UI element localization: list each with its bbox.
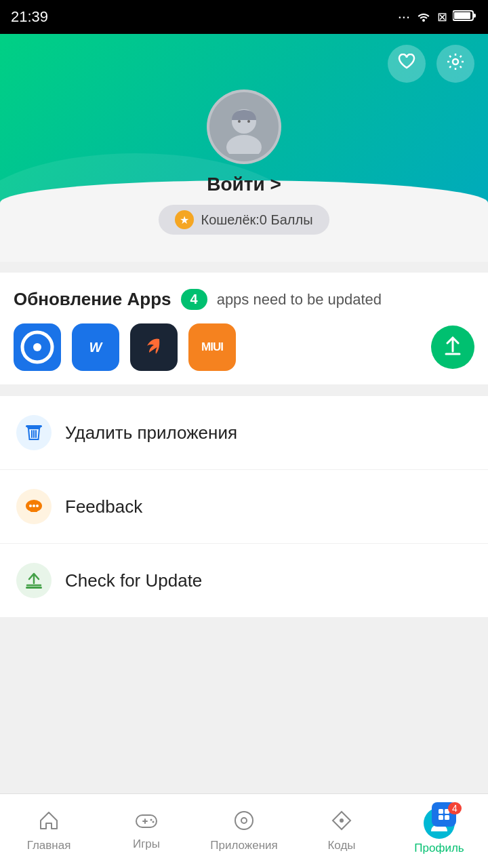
svg-point-7 xyxy=(247,120,250,123)
svg-rect-26 xyxy=(439,809,443,814)
feedback-label: Feedback xyxy=(65,496,142,517)
star-icon: ★ xyxy=(175,210,194,229)
home-label: Главная xyxy=(27,839,71,852)
wallet-badge[interactable]: ★ Кошелёк:0 Баллы xyxy=(159,205,329,235)
svg-rect-16 xyxy=(26,587,42,589)
menu-section: Удалить приложения Feedback Check for Up… xyxy=(0,396,488,617)
app-icon-3[interactable] xyxy=(130,323,178,371)
apps-label: Приложения xyxy=(210,839,277,852)
profile-badge-count: 4 xyxy=(448,802,462,814)
svg-point-3 xyxy=(453,59,458,64)
svg-point-23 xyxy=(241,818,247,823)
nav-item-apps[interactable]: Приложения xyxy=(195,794,293,868)
menu-item-feedback[interactable]: Feedback xyxy=(0,470,488,544)
trash-icon-wrap xyxy=(16,415,52,450)
wallet-label: Кошелёк:0 Баллы xyxy=(201,212,312,228)
update-icon-wrap xyxy=(16,563,52,598)
svg-rect-11 xyxy=(26,425,42,427)
home-icon xyxy=(38,810,60,836)
dots-icon: ··· xyxy=(398,8,410,26)
status-time: 21:39 xyxy=(11,8,48,26)
games-icon xyxy=(135,811,158,835)
heart-icon xyxy=(398,54,415,74)
svg-point-24 xyxy=(340,818,344,823)
profile-header: Войти > ★ Кошелёк:0 Баллы xyxy=(0,34,488,262)
status-icons: ··· ⊠ xyxy=(398,8,477,26)
settings-button[interactable] xyxy=(436,45,474,83)
codes-label: Коды xyxy=(327,839,355,852)
login-button[interactable]: Войти > xyxy=(207,174,281,195)
delete-apps-label: Удалить приложения xyxy=(65,422,237,443)
menu-item-delete-apps[interactable]: Удалить приложения xyxy=(0,396,488,470)
status-bar: 21:39 ··· ⊠ xyxy=(0,0,488,34)
apps-badge-count: 4 xyxy=(181,289,207,310)
svg-point-13 xyxy=(29,505,32,507)
svg-point-6 xyxy=(238,120,241,123)
profile-section: Войти > ★ Кошелёк:0 Баллы xyxy=(0,90,488,235)
svg-point-21 xyxy=(152,821,155,823)
apps-section-title: Обновление Apps xyxy=(14,289,171,310)
battery-icon xyxy=(453,8,477,26)
svg-point-20 xyxy=(150,819,152,821)
gear-icon xyxy=(447,53,464,75)
apps-icon xyxy=(233,810,255,836)
codes-icon xyxy=(331,810,352,836)
svg-point-15 xyxy=(36,505,39,507)
profile-nav-label: Профиль xyxy=(414,842,464,855)
nav-item-games[interactable]: Игры xyxy=(98,794,195,868)
svg-rect-2 xyxy=(473,14,476,18)
app-icon-1[interactable] xyxy=(14,323,61,371)
apps-section-subtitle: apps need to be updated xyxy=(217,291,382,309)
svg-point-9 xyxy=(33,343,41,351)
bottom-navigation: Главная Игры Приложения xyxy=(0,793,488,868)
games-label: Игры xyxy=(133,837,160,851)
menu-item-check-update[interactable]: Check for Update xyxy=(0,544,488,617)
nav-item-codes[interactable]: Коды xyxy=(293,794,390,868)
svg-rect-29 xyxy=(445,815,449,820)
nav-item-home[interactable]: Главная xyxy=(0,794,98,868)
svg-point-5 xyxy=(226,135,262,154)
app-icon-2[interactable]: W xyxy=(72,323,119,371)
app-icon-4[interactable]: MIUI xyxy=(188,323,236,371)
favorites-button[interactable] xyxy=(388,45,426,83)
wifi-icon xyxy=(415,8,432,26)
signal-box-icon: ⊠ xyxy=(437,9,447,24)
svg-point-22 xyxy=(235,812,253,829)
check-update-label: Check for Update xyxy=(65,570,202,591)
nav-item-profile[interactable]: 4 Профиль xyxy=(390,794,488,868)
feedback-icon-wrap xyxy=(16,489,52,524)
svg-point-14 xyxy=(33,505,35,507)
svg-rect-1 xyxy=(454,12,470,19)
avatar[interactable] xyxy=(207,90,281,164)
app-icons-list: W MIUI xyxy=(14,323,236,371)
svg-rect-28 xyxy=(439,815,443,820)
apps-update-section: Обновление Apps 4 apps need to be update… xyxy=(0,273,488,385)
update-all-button[interactable] xyxy=(431,326,474,369)
